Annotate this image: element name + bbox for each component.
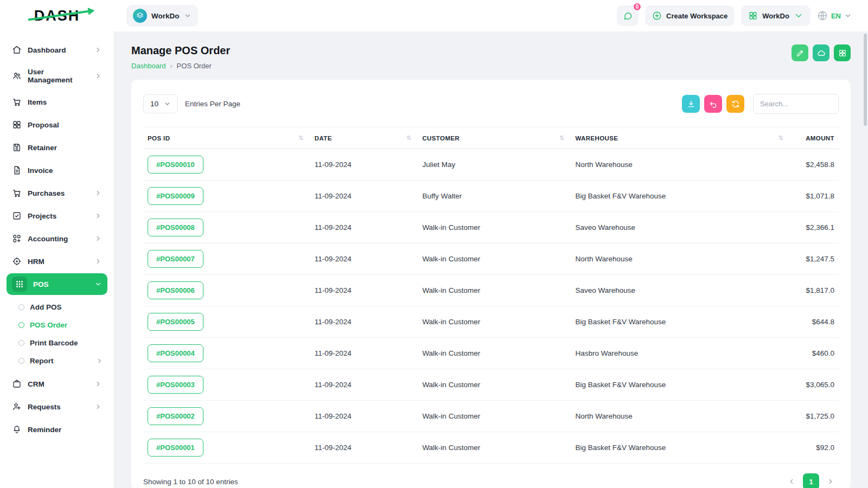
- submenu-item-add-pos[interactable]: Add POS: [14, 298, 107, 316]
- warehouse-name: Big Basket F&V Warehouse: [571, 369, 790, 401]
- customer-name: Buffy Walter: [418, 181, 571, 212]
- sidebar-item-pos[interactable]: POS: [7, 273, 107, 295]
- grid-dots-icon: [12, 277, 27, 292]
- sort-icon[interactable]: ⇅: [778, 134, 786, 142]
- sidebar-item-projects[interactable]: Projects: [7, 205, 107, 227]
- brand-logo[interactable]: DASH: [0, 8, 114, 24]
- sidebar-item-retainer[interactable]: Retainer: [7, 137, 107, 158]
- customer-name: Walk-in Customer: [418, 212, 571, 243]
- users-icon: [12, 71, 22, 81]
- chevron-right-icon: [94, 235, 102, 242]
- warehouse-name: North Warehouse: [571, 401, 790, 432]
- column-header-warehouse[interactable]: WAREHOUSE⇅: [571, 127, 790, 149]
- page-title: Manage POS Order: [131, 44, 230, 57]
- order-amount: $644.8: [790, 306, 839, 338]
- breadcrumb-dashboard-link[interactable]: Dashboard: [131, 62, 166, 70]
- warehouse-name: Big Basket F&V Warehouse: [571, 181, 790, 212]
- sidebar-item-requests[interactable]: Requests: [7, 396, 107, 418]
- grid-icon: [838, 49, 847, 57]
- order-date: 11-09-2024: [310, 181, 418, 212]
- create-workspace-button[interactable]: Create Workspace: [645, 5, 735, 26]
- grid-view-button[interactable]: [834, 44, 851, 61]
- pos-id-button[interactable]: #POS00010: [148, 156, 203, 174]
- submenu-item-print-barcode[interactable]: Print Barcode: [14, 334, 107, 352]
- chevron-down-icon: [94, 280, 102, 288]
- customer-name: Walk-in Customer: [418, 432, 571, 464]
- sidebar-item-crm[interactable]: CRM: [7, 373, 107, 395]
- showing-entries-text: Showing 1 to 10 of 10 entries: [143, 478, 238, 486]
- refresh-button[interactable]: [726, 95, 744, 113]
- search-input[interactable]: [753, 94, 839, 114]
- pos-id-button[interactable]: #POS00003: [148, 376, 203, 394]
- cloud-icon: [817, 49, 826, 57]
- order-date: 11-09-2024: [310, 149, 418, 181]
- prev-page-button[interactable]: [783, 473, 800, 488]
- pos-id-button[interactable]: #POS00006: [148, 281, 203, 299]
- order-amount: $3,065.0: [790, 369, 839, 401]
- customer-name: Walk-in Customer: [418, 401, 571, 432]
- export-button[interactable]: [682, 95, 700, 113]
- pos-id-button[interactable]: #POS00009: [148, 187, 203, 205]
- pos-id-button[interactable]: #POS00001: [148, 439, 203, 457]
- floppy-icon: [12, 143, 22, 152]
- home-icon: [12, 45, 22, 55]
- pagination: 1: [783, 473, 839, 488]
- pos-id-button[interactable]: #POS00004: [148, 344, 203, 362]
- entries-per-page-select[interactable]: 10: [143, 94, 178, 113]
- order-amount: $1,817.0: [790, 275, 839, 306]
- column-header-pos-id[interactable]: POS ID⇅: [143, 127, 310, 149]
- sidebar-item-invoice[interactable]: Invoice: [7, 159, 107, 181]
- messages-button[interactable]: 0: [617, 5, 639, 26]
- page-number-button[interactable]: 1: [803, 473, 819, 488]
- sort-icon[interactable]: ⇅: [559, 134, 567, 142]
- breadcrumb: Dashboard › POS Order: [131, 62, 230, 70]
- grid-icon: [748, 11, 758, 21]
- cart-icon: [12, 188, 22, 198]
- bullet-icon: [18, 358, 24, 364]
- pos-id-button[interactable]: #POS00005: [148, 313, 203, 331]
- sidebar-item-accounting[interactable]: Accounting: [7, 228, 107, 249]
- undo-button[interactable]: [704, 95, 722, 113]
- order-date: 11-09-2024: [310, 432, 418, 464]
- globe-icon: [817, 10, 828, 21]
- warehouse-name: Saveo Warehouse: [571, 275, 790, 306]
- sidebar-item-user-management[interactable]: User Management: [7, 62, 107, 90]
- refresh-icon: [731, 100, 740, 108]
- table-row: #POS00004 11-09-2024 Walk-in Customer Ha…: [143, 338, 839, 369]
- pos-id-button[interactable]: #POS00008: [148, 219, 203, 236]
- sidebar-item-items[interactable]: Items: [7, 91, 107, 113]
- sort-icon[interactable]: ⇅: [406, 134, 414, 142]
- edit-button[interactable]: [792, 44, 808, 61]
- order-amount: $1,725.0: [790, 401, 839, 432]
- warehouse-name: Big Basket F&V Warehouse: [571, 306, 790, 338]
- submenu-item-report[interactable]: Report: [14, 352, 107, 370]
- sort-icon[interactable]: ⇅: [298, 134, 306, 142]
- warehouse-name: Hasbro Warehouse: [571, 338, 790, 369]
- checkbox-icon: [12, 211, 22, 221]
- column-header-amount[interactable]: AMOUNT: [790, 127, 839, 149]
- language-selector[interactable]: EN: [817, 10, 852, 21]
- chevron-right-icon: [94, 72, 102, 80]
- table-row: #POS00002 11-09-2024 Walk-in Customer No…: [143, 401, 839, 432]
- customer-name: Walk-in Customer: [418, 306, 571, 338]
- workdo-apps-dropdown[interactable]: WorkDo: [741, 5, 810, 26]
- sidebar-item-purchases[interactable]: Purchases: [7, 182, 107, 204]
- scrollbar-thumb[interactable]: [864, 34, 867, 126]
- column-header-customer[interactable]: CUSTOMER⇅: [418, 127, 571, 149]
- sidebar-item-hrm[interactable]: HRM: [7, 251, 107, 272]
- blocks-icon: [12, 234, 22, 243]
- user-plus-icon: [12, 402, 22, 412]
- order-date: 11-09-2024: [310, 306, 418, 338]
- sidebar-item-proposal[interactable]: Proposal: [7, 114, 107, 136]
- download-icon: [687, 100, 695, 108]
- cloud-button[interactable]: [813, 44, 829, 61]
- submenu-item-pos-order[interactable]: POS Order: [14, 316, 107, 334]
- sidebar-item-dashboard[interactable]: Dashboard: [7, 39, 107, 61]
- next-page-button[interactable]: [822, 473, 839, 488]
- sidebar: Dashboard User Management Items Proposal…: [0, 31, 114, 488]
- workspace-selector[interactable]: WorkDo: [126, 5, 198, 27]
- pos-id-button[interactable]: #POS00002: [148, 407, 203, 425]
- column-header-date[interactable]: DATE⇅: [310, 127, 418, 149]
- sidebar-item-reminder[interactable]: Reminder: [7, 419, 107, 440]
- pos-id-button[interactable]: #POS00007: [148, 250, 203, 268]
